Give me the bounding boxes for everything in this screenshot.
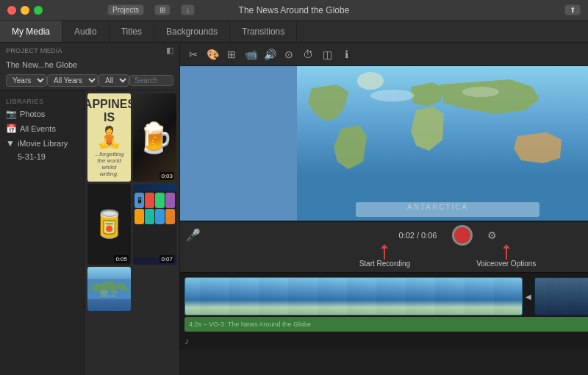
svg-point-2 (102, 281, 117, 290)
svg-point-1 (91, 283, 103, 291)
download-button[interactable]: ↓ (181, 4, 195, 15)
minimize-button[interactable] (21, 6, 29, 15)
voiceover-arrow-head (503, 244, 510, 249)
crop-tool[interactable]: ✂ (186, 47, 201, 62)
color-tool[interactable]: 🎨 (205, 47, 220, 62)
audio-clip[interactable]: 4:2s – VO-3: The News Around the Globe (184, 317, 588, 332)
happiness-subtitle: ...forgetting the world whilst writing. (92, 151, 126, 177)
camera-tool[interactable]: 📹 (243, 47, 258, 62)
photos-icon: 📷 (6, 109, 17, 119)
voiceover-options-label: Voiceover Options (476, 260, 536, 268)
audio-track: 4:2s – VO-3: The News Around the Globe (184, 317, 588, 332)
sidebar-item-photos[interactable]: 📷 Photos (0, 107, 84, 121)
voiceover-options-icon[interactable]: ⚙ (487, 229, 497, 241)
start-recording-label: Start Recording (359, 260, 410, 268)
search-input[interactable] (129, 75, 173, 86)
transform-tool[interactable]: ⊞ (224, 47, 239, 62)
svg-text:ANTARCTICA: ANTARCTICA (101, 295, 116, 298)
phone-screen: 📱 (133, 191, 176, 257)
pabst-icon: 🥫 (93, 209, 126, 240)
all-years-dropdown[interactable]: All Years (47, 74, 98, 87)
recording-arrow-line (384, 248, 385, 260)
back-projects-button[interactable]: Projects (107, 4, 144, 15)
world-map-mini-svg: ANTARCTICA (87, 267, 131, 311)
app-icon-5 (135, 209, 144, 224)
sidebar-photos-label: Photos (20, 110, 45, 118)
timeline-tracks: ◀ 4:2s – VO-3: The News Around the Globe (180, 273, 588, 332)
app-icon-7 (155, 209, 165, 224)
project-title-item[interactable]: The New...he Globe (0, 58, 179, 71)
sidebar-item-date[interactable]: 5-31-19 (0, 151, 84, 162)
sidebar-all-events-label: All Events (20, 124, 56, 133)
app-icon-3 (155, 193, 165, 208)
sidebar-date-label: 5-31-19 (18, 152, 46, 161)
time-display: 0:02 / 0:06 (399, 231, 437, 240)
tab-my-media[interactable]: My Media (0, 21, 62, 42)
tab-transitions[interactable]: Transitions (230, 21, 297, 42)
start-recording-tooltip: Start Recording (359, 248, 410, 268)
waterfall-clip[interactable] (534, 277, 588, 315)
voiceover-options-tooltip: Voiceover Options (476, 248, 536, 268)
mic-icon: 🎤 (186, 228, 201, 242)
svg-point-6 (111, 289, 118, 293)
project-title-text: The New...he Globe (6, 60, 77, 69)
beer-thumb[interactable]: 🍺 0:03 (133, 93, 176, 182)
timeline-bottom: ♪ (184, 336, 189, 346)
app-icon-2 (145, 193, 154, 208)
speedometer-tool[interactable]: ⏱ (301, 47, 315, 62)
happiness-thumb[interactable]: HAPPINESS IS 🧘 ...forgetting the world w… (87, 93, 131, 182)
overlay-tool[interactable]: ◫ (320, 47, 334, 62)
collapse-button[interactable]: ◧ (166, 46, 173, 55)
tab-bar: My Media Audio Titles Backgrounds Transi… (0, 21, 588, 43)
sidebar-item-imovie-library[interactable]: ▼ iMovie Library (0, 136, 84, 151)
tab-audio[interactable]: Audio (62, 21, 110, 42)
title-bar: Projects ⊞ ↓ The News Around the Globe ⬆ (0, 0, 588, 21)
svg-rect-11 (356, 202, 539, 217)
phone-thumb[interactable]: 📱 0:07 (133, 184, 176, 265)
preview-tools-left: ✂ 🎨 ⊞ 📹 🔊 ⊙ ⏱ ◫ ℹ (186, 47, 354, 62)
info-tool[interactable]: ℹ (339, 47, 354, 62)
svg-point-12 (370, 90, 415, 101)
stabilize-tool[interactable]: ⊙ (282, 47, 296, 62)
timeline-area: ◀ 4:2s – VO-3: The News Around the Globe… (180, 272, 588, 349)
recording-arrow-head (381, 244, 388, 249)
world-clip[interactable] (184, 277, 523, 315)
music-icon: ♪ (184, 336, 189, 346)
app-icon-8 (165, 209, 175, 224)
close-button[interactable] (7, 6, 16, 15)
controls-area: 🎤 0:02 / 0:06 ⚙ Done Settings Start Reco… (180, 221, 588, 272)
library-view-button[interactable]: ⊞ (154, 4, 171, 15)
record-button[interactable] (452, 225, 473, 246)
track-separator: ◀ (524, 277, 533, 315)
audio-label: 4:2s – VO-3: The News Around the Globe (189, 321, 311, 328)
all-dropdown[interactable]: All (98, 74, 129, 87)
pabst-duration: 0:05 (114, 255, 129, 263)
beer-image: 🍺 (133, 93, 176, 182)
world-map-thumb[interactable]: ANTARCTICA (87, 267, 131, 311)
tab-backgrounds[interactable]: Backgrounds (154, 21, 230, 42)
pabst-thumb[interactable]: 🥫 0:05 (87, 184, 131, 265)
project-media-label: PROJECT MEDIA (6, 47, 62, 54)
tab-titles[interactable]: Titles (110, 21, 154, 42)
main-layout: PROJECT MEDIA ◧ The New...he Globe Years… (0, 43, 588, 375)
project-media-header: PROJECT MEDIA ◧ (0, 43, 179, 58)
app-icon-6 (145, 209, 154, 224)
left-content: LIBRARIES 📷 Photos 📅 All Events ▼ iMovie… (0, 90, 179, 375)
sidebar: LIBRARIES 📷 Photos 📅 All Events ▼ iMovie… (0, 90, 85, 375)
window-title: The News Around the Globe (239, 5, 350, 15)
beer-duration: 0:03 (159, 172, 174, 180)
imovie-library-icon: ▼ (6, 138, 15, 149)
app-icon-4 (165, 193, 175, 208)
share-button[interactable]: ⬆ (564, 4, 581, 15)
media-grid: HAPPINESS IS 🧘 ...forgetting the world w… (85, 90, 179, 375)
voiceover-arrow-line (506, 248, 507, 260)
audio-tool[interactable]: 🔊 (262, 47, 277, 62)
libraries-label: LIBRARIES (0, 95, 84, 107)
traffic-lights (0, 6, 43, 15)
fullscreen-button[interactable] (34, 6, 43, 15)
year-dropdown[interactable]: Years (6, 74, 47, 87)
sidebar-item-all-events[interactable]: 📅 All Events (0, 121, 84, 136)
left-panel: PROJECT MEDIA ◧ The New...he Globe Years… (0, 43, 180, 375)
happiness-figure: 🧘 (96, 125, 122, 149)
app-icon-1: 📱 (135, 193, 144, 208)
